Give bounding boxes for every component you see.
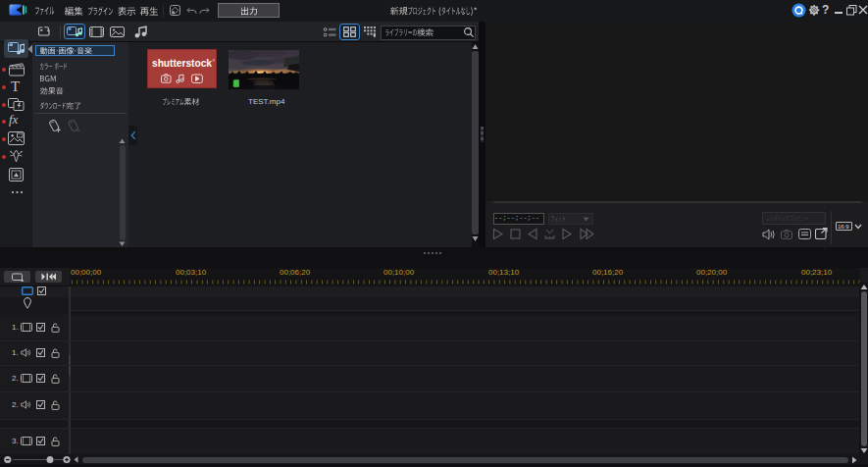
svg-text:shutterstock: shutterstock — [152, 58, 212, 69]
svg-text:®: ® — [213, 58, 216, 63]
